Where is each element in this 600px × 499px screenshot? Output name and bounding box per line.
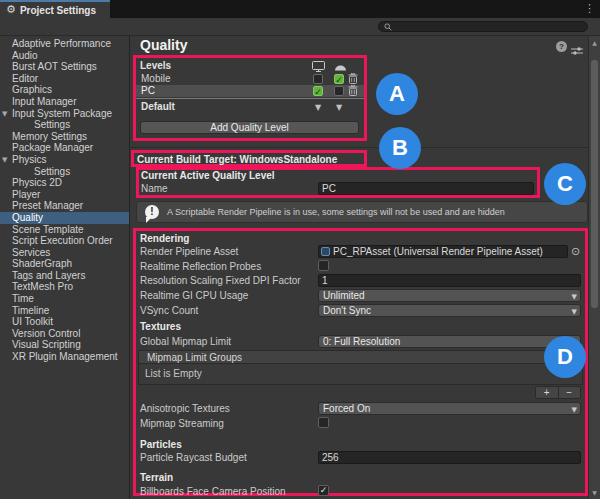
annotation-box-levels: Levels Mobile ✓ PC ✓ Default ▼	[133, 55, 367, 141]
sidebar-item[interactable]: ▼ Adaptive Performance	[0, 38, 129, 50]
sidebar-item[interactable]: ▼ Scene Template	[0, 224, 129, 236]
mipmap-limit-groups-list: List is Empty	[138, 364, 583, 385]
add-item-button[interactable]: +	[536, 387, 559, 398]
row-realtime-reflection-probes: Realtime Reflection Probes	[136, 260, 585, 273]
reflection-probes-checkbox[interactable]	[318, 260, 329, 271]
terrain-section-title: Terrain	[140, 472, 173, 483]
sidebar-item[interactable]: ▼ TextMesh Pro	[0, 281, 129, 293]
realtime-gi-dropdown[interactable]: Unlimited ▼	[318, 289, 581, 302]
sidebar-item-label: Services	[12, 247, 50, 258]
trash-icon[interactable]	[348, 73, 358, 84]
current-build-target-text: Current Build Target: WindowsStandalone	[137, 154, 337, 165]
sidebar-item[interactable]: ▼ Physics	[0, 154, 129, 166]
mobile-platform-icon	[334, 63, 347, 71]
sidebar-item[interactable]: ▼ Timeline	[0, 305, 129, 317]
sidebar-item[interactable]: ▼ Preset Manager	[0, 200, 129, 212]
list-empty-label: List is Empty	[145, 368, 202, 379]
sidebar-item-label: Physics	[12, 154, 46, 165]
sidebar-item[interactable]: ▼ Script Execution Order	[0, 235, 129, 247]
preset-icon[interactable]	[571, 42, 583, 60]
name-field[interactable]: PC	[318, 182, 534, 195]
sidebar-item[interactable]: ▼ Input Manager	[0, 96, 129, 108]
name-label: Name	[141, 183, 168, 194]
scrollbar-thumb[interactable]	[591, 60, 598, 308]
sidebar-item[interactable]: ▼ Package Manager	[0, 142, 129, 154]
sidebar-item[interactable]: ▼ UI Toolkit	[0, 316, 129, 328]
levels-separator	[136, 98, 364, 99]
row-label: Realtime Reflection Probes	[140, 261, 261, 272]
sidebar-item[interactable]: ▼ XR Plugin Management	[0, 351, 129, 363]
billboards-checkbox[interactable]: ✓	[318, 485, 329, 496]
row-realtime-gi: Realtime GI CPU Usage Unlimited ▼	[136, 289, 585, 302]
sidebar-item[interactable]: ▼ Services	[0, 247, 129, 259]
search-box[interactable]	[378, 21, 588, 32]
render-pipeline-object-field[interactable]: PC_RPAsset (Universal Render Pipeline As…	[318, 245, 568, 258]
sidebar-item[interactable]: ▼ Editor	[0, 73, 129, 85]
scroll-up-icon[interactable]: ▲	[589, 37, 600, 48]
quality-level-row-pc[interactable]: PC ✓	[136, 85, 364, 97]
default-desktop-dropdown-icon[interactable]: ▼	[315, 103, 321, 112]
dropdown-value: 0: Full Resolution	[323, 336, 400, 347]
dpi-factor-field[interactable]: 1	[318, 274, 581, 287]
textures-section-title: Textures	[140, 321, 181, 332]
row-particle-raycast-budget: Particle Raycast Budget 256	[136, 451, 585, 464]
sidebar-item[interactable]: ▼ Audio	[0, 50, 129, 62]
row-label: Global Mipmap Limit	[140, 336, 231, 347]
row-global-mipmap-limit: Global Mipmap Limit 0: Full Resolution ▼	[136, 335, 585, 348]
pc-desktop-checkbox[interactable]: ✓	[313, 86, 323, 96]
sidebar-item[interactable]: ▼ Burst AOT Settings	[0, 61, 129, 73]
sidebar-item[interactable]: ▼ Physics 2D	[0, 177, 129, 189]
sidebar-item[interactable]: ▼ Settings	[0, 166, 129, 178]
vsync-dropdown[interactable]: Don't Sync ▼	[318, 304, 581, 317]
sidebar-item[interactable]: ▼ Settings	[0, 119, 129, 131]
sidebar-item[interactable]: ▼ ShaderGraph	[0, 258, 129, 270]
groups-header-label: Mipmap Limit Groups	[147, 352, 242, 363]
window-menu-icon[interactable]: ⋮	[584, 2, 595, 15]
pc-mobile-checkbox[interactable]	[334, 86, 344, 96]
annotation-circle-c: C	[544, 163, 586, 205]
sidebar-item-label: Time	[12, 293, 34, 304]
sidebar-item[interactable]: ▼ Memory Settings	[0, 131, 129, 143]
sidebar-item-label: Player	[12, 189, 40, 200]
row-label: Render Pipeline Asset	[140, 246, 238, 257]
row-mipmap-streaming: Mipmap Streaming	[136, 417, 585, 430]
object-picker-icon[interactable]: ⊙	[571, 245, 580, 258]
particles-section-title: Particles	[140, 439, 182, 450]
srp-help-box: ! A Scriptable Render Pipeline is in use…	[136, 201, 588, 223]
sidebar-item-label: Visual Scripting	[12, 339, 81, 350]
sidebar-item[interactable]: ▼ Time	[0, 293, 129, 305]
mipmap-limit-dropdown[interactable]: 0: Full Resolution ▼	[318, 335, 581, 348]
sidebar-item[interactable]: ▼ Quality	[0, 212, 129, 224]
mobile-desktop-checkbox[interactable]	[313, 74, 323, 84]
annotation-circle-b: B	[379, 127, 421, 169]
add-quality-level-button[interactable]: Add Quality Level	[140, 121, 359, 134]
anisotropic-dropdown[interactable]: Forced On ▼	[318, 402, 581, 415]
row-anisotropic-textures: Anisotropic Textures Forced On ▼	[136, 402, 585, 415]
quality-level-row-mobile[interactable]: Mobile ✓	[136, 73, 364, 85]
sidebar-item[interactable]: ▼ Input System Package	[0, 108, 129, 120]
sidebar-item-label: TextMesh Pro	[12, 281, 73, 292]
sidebar-item-label: Audio	[12, 50, 38, 61]
annotation-box-build-target: Current Build Target: WindowsStandalone	[131, 150, 367, 167]
mipmap-limit-groups-header[interactable]: Mipmap Limit Groups	[138, 350, 583, 364]
mipmap-streaming-checkbox[interactable]	[318, 417, 329, 428]
sidebar-item[interactable]: ▼ Version Control	[0, 328, 129, 340]
search-input[interactable]	[392, 22, 580, 31]
raycast-budget-field[interactable]: 256	[318, 451, 581, 464]
mobile-mobile-checkbox[interactable]: ✓	[334, 74, 344, 84]
levels-label: Levels	[140, 60, 171, 71]
sidebar-item[interactable]: ▼ Graphics	[0, 84, 129, 96]
sidebar-item[interactable]: ▼ Tags and Layers	[0, 270, 129, 282]
sidebar-item[interactable]: ▼ Player	[0, 189, 129, 201]
sidebar-item-label: Burst AOT Settings	[12, 61, 97, 72]
trash-icon[interactable]	[348, 85, 358, 96]
scroll-down-icon[interactable]: ▼	[589, 487, 600, 498]
sidebar-item-label: Memory Settings	[12, 131, 87, 142]
sidebar-item[interactable]: ▼ Visual Scripting	[0, 339, 129, 351]
remove-item-button[interactable]: −	[559, 387, 581, 398]
rendering-section-title: Rendering	[140, 233, 189, 244]
vertical-scrollbar[interactable]: ▲ ▼	[588, 36, 600, 499]
default-mobile-dropdown-icon[interactable]: ▼	[336, 103, 342, 112]
help-icon[interactable]: ?	[556, 41, 567, 52]
tab-project-settings[interactable]: ⚙ Project Settings	[0, 0, 110, 18]
